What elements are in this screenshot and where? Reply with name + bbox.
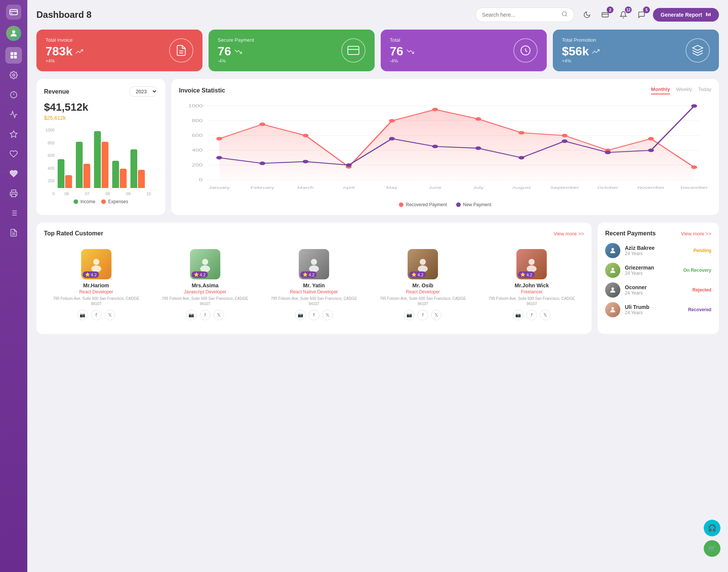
customer-name-yatin: Mr. Yatin — [268, 282, 360, 288]
new-dot-apr — [346, 163, 352, 167]
total-promotion-value: $56k — [562, 44, 599, 58]
float-buttons: 🎧 🛒 — [704, 520, 720, 557]
svg-point-61 — [309, 265, 319, 272]
cart-float-btn[interactable]: 🛒 — [704, 540, 720, 557]
svg-rect-24 — [706, 13, 707, 16]
top-customers-view-more[interactable]: View more >> — [554, 231, 584, 237]
total-invoice-value: 783k — [46, 44, 83, 58]
instagram-icon-hariom[interactable]: 📷 — [77, 310, 88, 320]
facebook-icon-asima[interactable]: f — [200, 310, 210, 320]
social-icons-asima: 📷 f 𝕏 — [159, 310, 251, 320]
twitter-icon-osib[interactable]: 𝕏 — [431, 310, 442, 320]
svg-rect-5 — [11, 56, 13, 58]
svg-text:September: September — [550, 185, 579, 190]
sidebar-item-heart-fill[interactable] — [5, 165, 22, 182]
chat-icon-btn[interactable]: 5 — [635, 8, 648, 22]
top-rated-customers-card: Top Rated Customer View more >> ⭐ 4.2 Mr… — [36, 223, 592, 334]
revenue-sub: $25,612k — [44, 115, 158, 121]
rating-badge-yatin: ⭐ 4.2 — [300, 271, 317, 278]
svg-point-69 — [612, 307, 614, 310]
year-select[interactable]: 2023 2022 2021 — [129, 86, 158, 97]
instagram-icon-yatin[interactable]: 📷 — [295, 310, 306, 320]
search-bar — [475, 8, 574, 22]
svg-text:600: 600 — [192, 133, 203, 138]
payment-age-oconner: 24 Years — [625, 290, 688, 296]
payment-avatar-uli — [605, 302, 620, 317]
sidebar-item-list[interactable] — [5, 205, 22, 221]
total-icon — [513, 38, 538, 63]
dark-mode-toggle[interactable] — [580, 8, 594, 22]
facebook-icon-hariom[interactable]: f — [91, 310, 102, 320]
tab-weekly[interactable]: Weekly — [676, 86, 692, 94]
payment-avatar-oconner — [605, 282, 620, 298]
social-icons-osib: 📷 f 𝕏 — [377, 310, 469, 320]
sidebar-item-star[interactable] — [5, 126, 22, 143]
bell-icon-btn[interactable]: 12 — [617, 8, 630, 22]
twitter-icon-asima[interactable]: 𝕏 — [213, 310, 224, 320]
customer-role-john-wick: Freelancer — [486, 289, 578, 295]
new-dot-jul — [475, 146, 482, 150]
tab-monthly[interactable]: Monthly — [651, 86, 670, 94]
chart-legend: Income Expenses — [44, 199, 158, 204]
svg-point-67 — [612, 268, 614, 270]
total-invoice-label: Total invoice — [46, 37, 83, 43]
twitter-icon-john-wick[interactable]: 𝕏 — [540, 310, 551, 320]
sidebar-item-document[interactable] — [5, 224, 22, 241]
tab-today[interactable]: Today — [698, 86, 711, 94]
bar-group-06 — [58, 159, 72, 188]
sidebar-item-print[interactable] — [5, 185, 22, 202]
recent-payments-view-more[interactable]: View more >> — [681, 231, 711, 237]
svg-rect-3 — [11, 52, 13, 55]
invoice-tabs: Monthly Weekly Today — [651, 86, 711, 94]
new-dot-nov — [648, 149, 654, 152]
sidebar-item-heart[interactable] — [5, 146, 22, 162]
sidebar-item-analytics[interactable] — [5, 106, 22, 123]
payment-item-aziz: Aziz Bakree 24 Years Pending — [605, 243, 711, 258]
bar-group-09 — [112, 161, 127, 188]
new-dot-mar — [303, 160, 309, 163]
svg-point-56 — [93, 259, 99, 265]
facebook-icon-osib[interactable]: f — [417, 310, 428, 320]
customer-role-asima: Javascript Developer — [159, 289, 251, 295]
instagram-icon-osib[interactable]: 📷 — [404, 310, 414, 320]
stat-card-total-invoice: Total invoice 783k +4% — [36, 30, 202, 71]
customer-avatar-john-wick: ⭐ 4.2 — [516, 249, 547, 279]
sidebar-avatar[interactable] — [6, 26, 21, 41]
customer-name-hariom: Mr.Hariom — [50, 282, 142, 288]
twitter-icon-yatin[interactable]: 𝕏 — [322, 310, 333, 320]
new-dot-oct — [605, 151, 611, 154]
svg-rect-26 — [709, 13, 711, 16]
search-input[interactable] — [482, 12, 559, 18]
total-value: 76 — [390, 44, 414, 58]
legend-income: Income — [74, 199, 95, 204]
sidebar-logo[interactable] — [6, 5, 21, 20]
svg-point-1 — [11, 13, 13, 14]
sidebar-item-settings[interactable] — [5, 67, 22, 83]
twitter-icon-hariom[interactable]: 𝕏 — [105, 310, 115, 320]
header-icons: 2 12 5 Generate Report — [580, 8, 719, 22]
new-dot-feb — [259, 161, 265, 165]
support-float-btn[interactable]: 🎧 — [704, 520, 720, 536]
bar-group-08 — [94, 131, 108, 188]
instagram-icon-john-wick[interactable]: 📷 — [513, 310, 523, 320]
wallet-icon-btn[interactable]: 2 — [598, 8, 612, 22]
svg-text:August: August — [512, 185, 531, 190]
facebook-icon-john-wick[interactable]: f — [526, 310, 537, 320]
payment-name-aziz: Aziz Bakree — [625, 245, 689, 251]
instagram-icon-asima[interactable]: 📷 — [186, 310, 197, 320]
stat-cards: Total invoice 783k +4% Secure Payment 76… — [36, 30, 719, 71]
generate-report-button[interactable]: Generate Report — [653, 8, 719, 22]
sidebar-item-info[interactable] — [5, 86, 22, 103]
recovered-dot-dec — [691, 166, 697, 169]
facebook-icon-yatin[interactable]: f — [309, 310, 319, 320]
stat-card-total-promotion: Total Promotion $56k +4% — [553, 30, 719, 71]
chat-badge: 5 — [643, 6, 650, 13]
new-dot-jun — [432, 145, 438, 148]
payment-status-aziz: Pending — [693, 248, 711, 253]
customer-addr-john-wick: 795 Folsom Ave, Suite 600 San Francisco,… — [486, 296, 578, 307]
rating-badge-asima: ⭐ 4.2 — [191, 271, 208, 278]
customer-card-osib: ⭐ 4.2 Mr. Osib React Developer 795 Folso… — [371, 243, 475, 326]
legend-new-payment: New Payment — [456, 202, 491, 207]
recovered-dot-feb — [259, 122, 265, 126]
sidebar-item-dashboard[interactable] — [5, 47, 22, 64]
